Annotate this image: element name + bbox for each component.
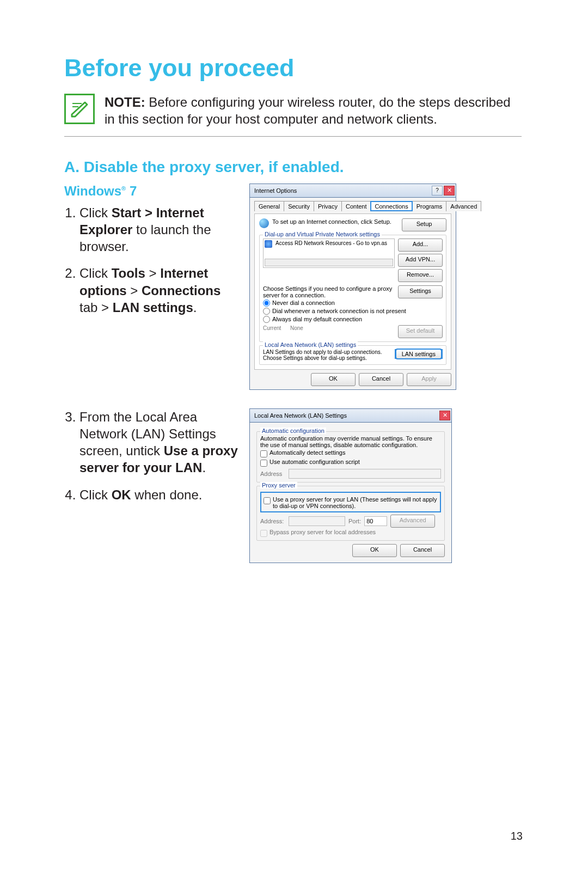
section-a-heading: A. Disable the proxy server, if enabled. (64, 158, 522, 176)
network-icon (265, 240, 272, 248)
close-button[interactable]: ✕ (439, 411, 450, 420)
address-input[interactable] (289, 469, 441, 479)
check-auto-script[interactable]: Use automatic configuration script (260, 459, 441, 467)
tab-advanced[interactable]: Advanced (446, 201, 481, 211)
settings-button[interactable]: Settings (398, 285, 443, 298)
tab-programs[interactable]: Programs (412, 201, 447, 211)
dvpn-listbox[interactable]: Access RD Network Resources - Go to vpn.… (263, 239, 395, 268)
lan-settings-button[interactable]: LAN settings (396, 349, 442, 359)
cancel-button[interactable]: Cancel (400, 544, 445, 557)
setup-button[interactable]: Setup (402, 218, 446, 231)
step-1: Click Start > Internet Explorer to launc… (79, 204, 238, 255)
radio-never-dial[interactable]: Never dial a connection (263, 300, 443, 307)
apply-button[interactable]: Apply (407, 373, 451, 386)
set-default-button[interactable]: Set default (398, 325, 443, 338)
advanced-button[interactable]: Advanced (390, 515, 435, 528)
lan-settings-dialog: Local Area Network (LAN) Settings ✕ Auto… (249, 408, 452, 563)
add-vpn-button[interactable]: Add VPN... (398, 254, 443, 267)
ok-button[interactable]: OK (311, 373, 356, 386)
tab-general[interactable]: General (254, 201, 284, 211)
globe-icon (259, 218, 269, 228)
internet-options-dialog: Internet Options ? ✕ General Security Pr… (249, 184, 456, 390)
add-button[interactable]: Add... (398, 239, 443, 252)
step-3: From the Local Area Network (LAN) Settin… (79, 408, 238, 476)
note-text: NOTE: Before configuring your wireless r… (105, 94, 522, 127)
tab-connections[interactable]: Connections (370, 201, 412, 211)
tab-security[interactable]: Security (284, 201, 314, 211)
steps-list-1: Click Start > Internet Explorer to launc… (64, 204, 238, 316)
step-4: Click OK when done. (79, 486, 238, 503)
tab-privacy[interactable]: Privacy (314, 201, 342, 211)
check-bypass[interactable]: Bypass proxy server for local addresses (260, 529, 441, 537)
address-label: Address (260, 471, 285, 477)
note-block: NOTE: Before configuring your wireless r… (64, 94, 522, 137)
remove-button[interactable]: Remove... (398, 269, 443, 282)
tabs: General Security Privacy Content Connect… (254, 201, 451, 211)
cancel-button[interactable]: Cancel (359, 373, 403, 386)
radio-dial-when-absent[interactable]: Dial whenever a network connection is no… (263, 308, 443, 315)
scrollbar[interactable] (265, 259, 393, 266)
radio-always-dial[interactable]: Always dial my default connection (263, 316, 443, 323)
os-heading: Windows® 7 (64, 184, 238, 199)
note-icon (64, 94, 95, 124)
proxy-address-input[interactable] (289, 516, 345, 526)
tab-content[interactable]: Content (341, 201, 371, 211)
port-input[interactable] (364, 516, 387, 526)
page-number: 13 (511, 830, 523, 842)
dialog-title: Local Area Network (LAN) Settings (254, 412, 347, 419)
port-label: Port: (348, 518, 361, 524)
close-button[interactable]: ✕ (444, 186, 455, 195)
setup-intro: To set up an Internet connection, click … (272, 218, 399, 225)
dialog-title: Internet Options (254, 187, 297, 194)
dvpn-group-title: Dial-up and Virtual Private Network sett… (263, 231, 382, 237)
step-2: Click Tools > Internet options > Connect… (79, 265, 238, 316)
proxy-address-label: Address: (260, 518, 285, 524)
page-title: Before you proceed (64, 54, 522, 82)
ok-button[interactable]: OK (352, 544, 397, 557)
steps-list-2: From the Local Area Network (LAN) Settin… (64, 408, 238, 503)
check-auto-detect[interactable]: Automatically detect settings (260, 449, 441, 457)
help-button[interactable]: ? (432, 186, 443, 195)
lan-hint: LAN Settings do not apply to dial-up con… (263, 349, 391, 361)
check-use-proxy[interactable]: Use a proxy server for your LAN (These s… (264, 496, 438, 509)
proxy-group-title: Proxy server (260, 482, 297, 488)
current-value: None (290, 325, 395, 331)
lan-group-title: Local Area Network (LAN) settings (263, 341, 358, 348)
current-label: Current (263, 325, 287, 331)
auto-config-hint: Automatic configuration may override man… (260, 435, 441, 448)
choose-settings-text: Choose Settings if you need to configure… (263, 285, 395, 298)
auto-config-group-title: Automatic configuration (260, 427, 326, 434)
